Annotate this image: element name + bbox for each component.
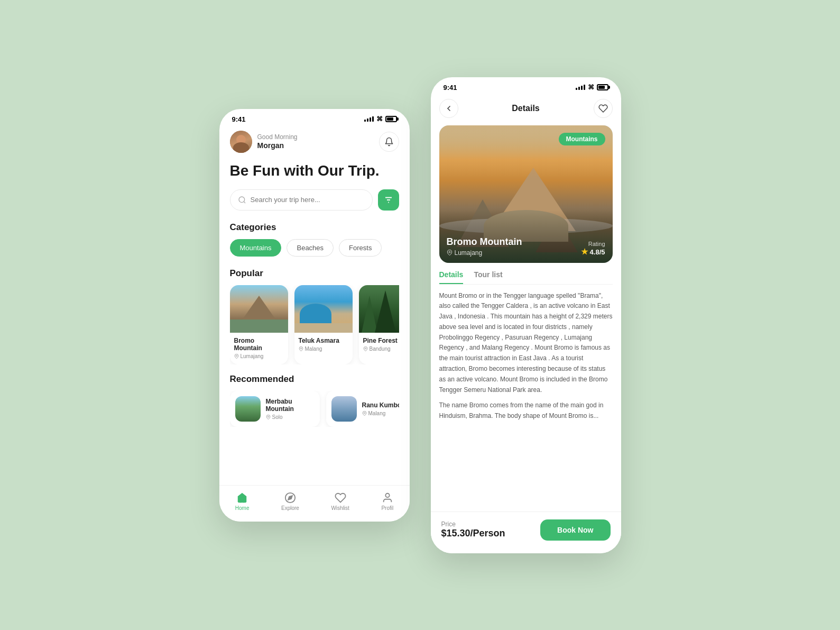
left-phone: 9:41 ⌘ Good Morning Morgan (219, 109, 410, 522)
main-place-image: Mountains Bromo Mountain Lumajang Rating… (439, 125, 613, 263)
status-icons-right: ⌘ (576, 84, 608, 91)
nav-home-label: Home (235, 505, 250, 511)
nav-profile[interactable]: Profil (381, 492, 393, 511)
location-icon (234, 354, 239, 359)
svg-point-6 (365, 348, 366, 349)
card-location: Bandung (363, 346, 399, 352)
time-left: 9:41 (232, 115, 246, 123)
tab-tour-list[interactable]: Tour list (474, 270, 502, 284)
place-card-bromo[interactable]: Bromo Mountain Lumajang (230, 285, 288, 364)
popular-scroll: Bromo Mountain Lumajang Teluk Asmara Mal… (230, 285, 399, 364)
bromo-image (230, 285, 288, 333)
heart-outline-icon (598, 104, 608, 113)
location-icon (266, 415, 271, 419)
status-icons-left: ⌘ (364, 115, 397, 123)
svg-point-4 (236, 355, 237, 356)
card-name: Teluk Asmara (299, 337, 348, 344)
merbabu-image (235, 396, 261, 422)
favorite-button[interactable] (594, 99, 613, 118)
svg-point-5 (300, 348, 301, 349)
search-input[interactable] (251, 196, 365, 204)
recommended-scroll: Merbabu Mountain Solo Ranu Kumbolo Malan… (230, 391, 399, 427)
detail-header: Details (439, 95, 613, 125)
heart-icon (335, 492, 346, 504)
home-icon (236, 492, 248, 504)
user-name: Morgan (257, 141, 284, 150)
location-icon (363, 346, 368, 351)
star-icon: ★ (581, 247, 588, 256)
avatar (230, 131, 252, 153)
category-mountains[interactable]: Mountains (230, 239, 282, 257)
rating-value: ★ 4.8/5 (581, 247, 605, 257)
price-section: Price $15.30/Person (441, 521, 505, 539)
rec-card-ranu[interactable]: Ranu Kumbolo Malang (326, 391, 399, 427)
nav-home[interactable]: Home (235, 492, 250, 511)
back-button[interactable] (439, 99, 458, 118)
image-info: Bromo Mountain Lumajang Rating ★ 4.8/5 (447, 236, 605, 257)
status-bar-right: 9:41 ⌘ (431, 77, 621, 95)
wifi-icon-right: ⌘ (588, 84, 594, 91)
header: Good Morning Morgan (230, 126, 399, 161)
description-1: Mount Bromo or in the Tengger language s… (439, 291, 613, 396)
place-name: Bromo Mountain (447, 236, 522, 248)
user-info: Good Morning Morgan (230, 131, 298, 153)
svg-point-7 (267, 416, 269, 417)
detail-title: Details (512, 104, 539, 113)
nav-explore[interactable]: Explore (281, 492, 299, 511)
compass-icon (284, 492, 296, 504)
back-icon (445, 104, 453, 113)
svg-point-12 (449, 251, 450, 253)
category-tag: Mountains (559, 133, 605, 145)
greeting-text: Good Morning Morgan (257, 133, 298, 150)
category-forests[interactable]: Forests (339, 239, 382, 257)
bottom-nav: Home Explore Wishlist Profil (219, 485, 410, 522)
popular-title: Popular (230, 268, 399, 279)
place-location: Lumajang (447, 249, 522, 257)
nav-wishlist[interactable]: Wishlist (331, 492, 349, 511)
detail-bottom-bar: Price $15.30/Person Book Now (431, 512, 621, 553)
battery-icon-right (597, 84, 608, 90)
signal-icon (364, 116, 374, 122)
right-phone: 9:41 ⌘ Details (431, 77, 621, 553)
place-card-teluk[interactable]: Teluk Asmara Malang (294, 285, 353, 364)
book-now-button[interactable]: Book Now (540, 519, 610, 541)
filter-icon (384, 195, 393, 205)
recommended-title: Recommended (230, 374, 399, 385)
search-row (230, 189, 399, 211)
detail-tabs: Details Tour list (439, 270, 613, 285)
signal-icon-right (576, 85, 585, 90)
status-bar-left: 9:41 ⌘ (219, 109, 410, 126)
price-label: Price (441, 521, 505, 528)
card-location: Lumajang (234, 353, 284, 359)
rec-name: Merbabu Mountain (266, 398, 315, 413)
nav-profile-label: Profil (381, 505, 393, 511)
hero-title: Be Fun with Our Trip. (230, 161, 399, 180)
search-icon (238, 196, 246, 204)
filter-button[interactable] (378, 189, 399, 211)
categories-list: Mountains Beaches Forests (230, 239, 399, 257)
place-city: Lumajang (455, 249, 483, 257)
svg-point-8 (364, 412, 365, 413)
bell-icon (384, 137, 394, 147)
category-beaches[interactable]: Beaches (287, 239, 334, 257)
search-box[interactable] (230, 189, 373, 211)
nav-wishlist-label: Wishlist (331, 505, 349, 511)
notification-button[interactable] (379, 132, 399, 152)
description-2: The name Bromo comes from the name of th… (439, 400, 613, 422)
nav-explore-label: Explore (281, 505, 299, 511)
time-right: 9:41 (444, 84, 457, 92)
rec-location: Malang (362, 410, 399, 416)
tab-details[interactable]: Details (439, 270, 464, 284)
forest-image (359, 285, 399, 333)
rec-card-merbabu[interactable]: Merbabu Mountain Solo (230, 391, 320, 427)
card-name: Pine Forest (363, 337, 399, 344)
greeting-label: Good Morning (257, 133, 298, 141)
battery-icon (385, 116, 397, 122)
svg-point-0 (239, 197, 245, 203)
loc-icon (447, 250, 453, 255)
place-card-pine[interactable]: Pine Forest Bandung (359, 285, 399, 364)
location-icon (299, 346, 303, 351)
profile-icon (382, 492, 393, 504)
rating-label: Rating (581, 241, 605, 247)
place-rating: Rating ★ 4.8/5 (581, 241, 605, 257)
